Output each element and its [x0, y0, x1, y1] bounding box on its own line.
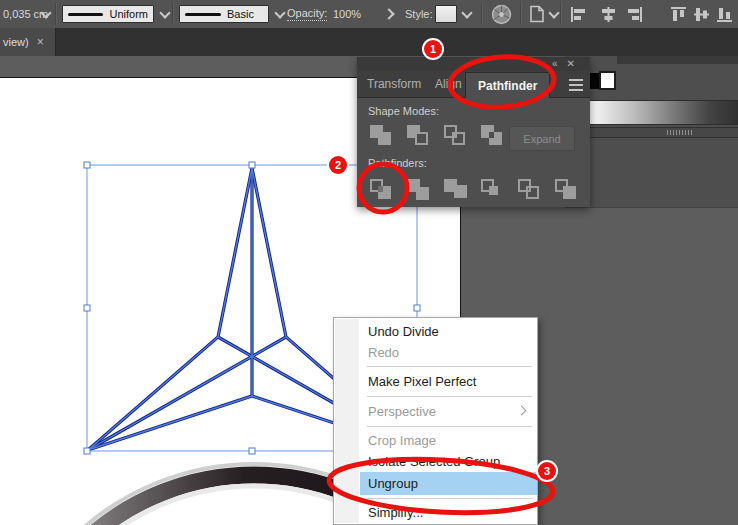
panel-menu-icon[interactable]: [569, 79, 583, 91]
brush-name: Basic: [227, 8, 254, 20]
stroke-profile-name: Uniform: [109, 8, 148, 20]
expand-button[interactable]: Expand: [509, 126, 575, 151]
shape-modes-label: Shape Modes:: [368, 105, 439, 117]
pathfinder-panel: «✕ Transform Align Pathfinder Shape Mode…: [357, 57, 590, 207]
menu-item-simplify[interactable]: Simplify...: [334, 502, 537, 523]
menu-separator: [334, 423, 537, 430]
menu-separator: [334, 495, 537, 502]
document-tab-bar: view) ×: [0, 28, 738, 56]
minus-front-icon[interactable]: [407, 125, 431, 147]
horizontal-align-center-icon[interactable]: [600, 0, 617, 28]
close-panel-icon[interactable]: ✕: [567, 58, 584, 69]
vertical-align-top-icon[interactable]: [670, 0, 687, 28]
document-tab[interactable]: view) ×: [0, 28, 56, 56]
exclude-icon[interactable]: [481, 125, 505, 147]
menu-item-ungroup[interactable]: Ungroup: [360, 472, 537, 495]
horizontal-align-right-icon[interactable]: [626, 0, 643, 28]
ramp-tick-marks: [667, 130, 692, 135]
menu-item-redo[interactable]: Redo: [334, 342, 537, 363]
color-panel-body: [565, 64, 738, 208]
pathfinder-panel-header[interactable]: «✕: [357, 57, 590, 71]
menu-item-perspective[interactable]: Perspective: [334, 400, 537, 423]
menu-separator: [334, 363, 537, 370]
menu-separator: [334, 393, 537, 400]
menu-item-make-pixel-perfect[interactable]: Make Pixel Perfect: [334, 370, 537, 393]
submenu-arrow-icon: [517, 406, 527, 416]
opacity-value-field[interactable]: 100%: [333, 0, 361, 28]
merge-icon[interactable]: [444, 179, 468, 201]
tab-align[interactable]: Align: [435, 71, 462, 97]
pathfinders-label: Pathfinders:: [368, 157, 427, 169]
tab-pathfinder[interactable]: Pathfinder: [465, 72, 550, 98]
outline-icon[interactable]: [518, 179, 542, 201]
horizontal-align-left-icon[interactable]: [570, 0, 587, 28]
divide-icon[interactable]: [370, 179, 394, 201]
trim-icon[interactable]: [407, 179, 431, 201]
document-setup-dropdown[interactable]: [528, 0, 558, 28]
vertical-align-center-icon[interactable]: [693, 0, 710, 28]
brush-preview: [185, 13, 221, 16]
control-bar: 0,035 cm Uniform Basic Opacity: 100% Sty…: [0, 0, 738, 29]
pathfinder-panel-tabs: Transform Align Pathfinder: [357, 71, 590, 98]
tab-transform[interactable]: Transform: [367, 71, 421, 97]
opacity-link[interactable]: Opacity:: [287, 0, 327, 28]
brush-definition-dropdown[interactable]: Basic: [179, 0, 284, 28]
document-tab-title: view): [3, 36, 29, 48]
stroke-proxy-white-swatch[interactable]: [599, 71, 616, 90]
stroke-width-dropdown[interactable]: [42, 0, 50, 28]
color-ramp[interactable]: [589, 127, 738, 138]
unite-icon[interactable]: [370, 125, 394, 147]
illustrator-window: 0,035 cm Uniform Basic Opacity: 100% Sty…: [0, 0, 738, 525]
style-label: Style:: [405, 0, 433, 28]
grayscale-slider[interactable]: [589, 100, 738, 125]
menu-item-undo-divide[interactable]: Undo Divide: [334, 321, 537, 342]
recolor-artwork-icon[interactable]: [491, 0, 512, 28]
intersect-icon[interactable]: [444, 125, 468, 147]
vertical-align-bottom-icon[interactable]: [716, 0, 733, 28]
menu-item-isolate-selected-group[interactable]: Isolate Selected Group: [334, 451, 537, 472]
document-tab-close-icon[interactable]: ×: [37, 35, 44, 49]
context-menu: Undo Divide Redo Make Pixel Perfect Pers…: [333, 317, 538, 525]
minus-back-icon[interactable]: [555, 179, 579, 201]
collapse-panel-icon[interactable]: «: [552, 58, 567, 69]
stroke-profile-preview: [68, 13, 103, 16]
menu-item-crop-image[interactable]: Crop Image: [334, 430, 537, 451]
crop-icon[interactable]: [481, 179, 505, 201]
style-swatch-dropdown[interactable]: [435, 0, 471, 28]
stroke-profile-dropdown[interactable]: Uniform: [62, 0, 169, 28]
opacity-stepper[interactable]: [385, 0, 393, 28]
